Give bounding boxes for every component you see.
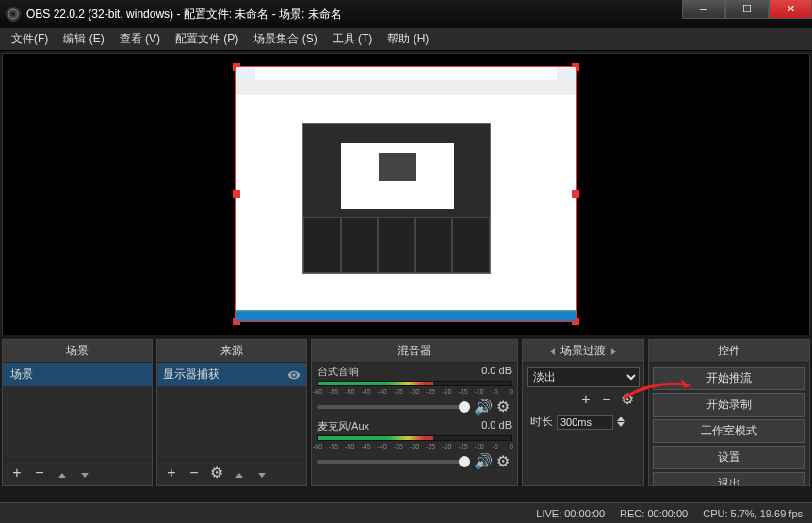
mixer-channel-desktop: 台式音响 0.0 dB -60-55-50-45-40-35-30-25-20-… bbox=[312, 363, 517, 417]
obs-app-icon bbox=[6, 7, 21, 22]
spinner-up-button[interactable] bbox=[617, 417, 625, 421]
menu-view[interactable]: 查看 (V) bbox=[112, 29, 168, 49]
channel-level: 0.0 dB bbox=[481, 419, 512, 433]
sources-header: 来源 bbox=[157, 340, 306, 363]
resize-handle[interactable] bbox=[233, 190, 240, 198]
controls-header: 控件 bbox=[649, 340, 809, 363]
remove-transition-button[interactable]: − bbox=[598, 391, 615, 408]
add-scene-button[interactable]: + bbox=[8, 465, 25, 482]
mixer-header: 混音器 bbox=[312, 340, 517, 363]
channel-name: 麦克风/Aux bbox=[317, 419, 369, 433]
preview-content bbox=[302, 123, 491, 274]
controls-panel: 控件 开始推流 开始录制 工作室模式 设置 退出 bbox=[648, 339, 810, 486]
speaker-icon[interactable]: 🔊 bbox=[474, 452, 491, 470]
scene-item[interactable]: 场景 bbox=[3, 363, 152, 386]
duration-input[interactable] bbox=[557, 415, 613, 430]
add-transition-button[interactable]: + bbox=[577, 391, 594, 408]
preview-content bbox=[236, 67, 576, 95]
sources-panel: 来源 显示器捕获 + − ⚙ bbox=[156, 339, 307, 486]
mixer-panel: 混音器 台式音响 0.0 dB -60-55-50-45-40-35-30-25… bbox=[311, 339, 518, 486]
window-title: OBS 22.0.2 (32-bit, windows) - 配置文件: 未命名… bbox=[26, 7, 342, 23]
remove-scene-button[interactable]: − bbox=[31, 465, 48, 482]
resize-handle[interactable] bbox=[572, 190, 579, 198]
channel-name: 台式音响 bbox=[317, 365, 359, 379]
status-cpu: CPU: 5.7%, 19.69 fps bbox=[703, 508, 803, 519]
exit-button[interactable]: 退出 bbox=[653, 472, 805, 485]
source-label: 显示器捕获 bbox=[163, 367, 219, 383]
start-recording-button[interactable]: 开始录制 bbox=[653, 393, 805, 417]
menu-file[interactable]: 文件(F) bbox=[4, 29, 56, 49]
preview-source[interactable] bbox=[236, 67, 576, 321]
menu-scene-collection[interactable]: 场景集合 (S) bbox=[246, 29, 324, 49]
menu-edit[interactable]: 编辑 (E) bbox=[56, 29, 111, 49]
channel-level: 0.0 dB bbox=[481, 365, 512, 379]
volume-slider[interactable] bbox=[317, 460, 470, 464]
transition-settings-button[interactable]: ⚙ bbox=[619, 390, 636, 408]
menu-profile[interactable]: 配置文件 (P) bbox=[168, 29, 246, 49]
studio-mode-button[interactable]: 工作室模式 bbox=[653, 419, 805, 443]
start-streaming-button[interactable]: 开始推流 bbox=[653, 367, 805, 390]
source-up-button[interactable] bbox=[231, 465, 248, 482]
menu-help[interactable]: 帮助 (H) bbox=[380, 29, 436, 49]
svg-point-1 bbox=[11, 12, 15, 16]
transition-select[interactable]: 淡出 bbox=[527, 367, 640, 387]
channel-settings-button[interactable]: ⚙ bbox=[495, 398, 512, 416]
scene-down-button[interactable] bbox=[76, 465, 93, 482]
remove-source-button[interactable]: − bbox=[186, 465, 203, 482]
mixer-channel-mic: 麦克风/Aux 0.0 dB -60-55-50-45-40-35-30-25-… bbox=[312, 417, 517, 472]
settings-button[interactable]: 设置 bbox=[653, 446, 805, 469]
scenes-header: 场景 bbox=[3, 340, 152, 363]
source-down-button[interactable] bbox=[253, 465, 270, 482]
status-live: LIVE: 00:00:00 bbox=[536, 508, 605, 519]
scenes-panel: 场景 场景 + − bbox=[2, 339, 153, 486]
menu-tools[interactable]: 工具 (T) bbox=[325, 29, 381, 49]
close-button[interactable]: ✕ bbox=[769, 0, 812, 19]
spinner-down-button[interactable] bbox=[617, 422, 625, 427]
chevron-right-icon bbox=[611, 348, 616, 355]
transitions-header: 场景过渡 bbox=[523, 340, 643, 363]
transitions-panel: 场景过渡 淡出 + − ⚙ 时长 bbox=[522, 339, 644, 486]
vu-meter bbox=[317, 381, 512, 386]
volume-slider[interactable] bbox=[317, 405, 470, 409]
status-rec: REC: 00:00:00 bbox=[620, 508, 688, 519]
maximize-button[interactable]: ☐ bbox=[725, 0, 769, 19]
preview-content bbox=[236, 310, 576, 321]
vu-meter bbox=[317, 435, 512, 441]
source-item[interactable]: 显示器捕获 bbox=[157, 363, 306, 386]
status-bar: LIVE: 00:00:00 REC: 00:00:00 CPU: 5.7%, … bbox=[0, 502, 812, 523]
add-source-button[interactable]: + bbox=[163, 465, 180, 482]
vu-scale: -60-55-50-45-40-35-30-25-20-15-10-50 bbox=[317, 388, 512, 396]
vu-scale: -60-55-50-45-40-35-30-25-20-15-10-50 bbox=[317, 443, 512, 450]
duration-label: 时长 bbox=[530, 414, 553, 430]
menu-bar: 文件(F) 编辑 (E) 查看 (V) 配置文件 (P) 场景集合 (S) 工具… bbox=[0, 28, 812, 51]
channel-settings-button[interactable]: ⚙ bbox=[495, 452, 512, 470]
title-bar: OBS 22.0.2 (32-bit, windows) - 配置文件: 未命名… bbox=[0, 0, 812, 28]
chevron-left-icon bbox=[550, 348, 555, 355]
speaker-icon[interactable]: 🔊 bbox=[474, 398, 491, 416]
minimize-button[interactable]: ─ bbox=[682, 0, 725, 19]
source-settings-button[interactable]: ⚙ bbox=[208, 464, 225, 482]
preview-area[interactable] bbox=[2, 53, 810, 335]
visibility-toggle-icon[interactable] bbox=[287, 368, 300, 382]
scene-up-button[interactable] bbox=[54, 465, 71, 482]
